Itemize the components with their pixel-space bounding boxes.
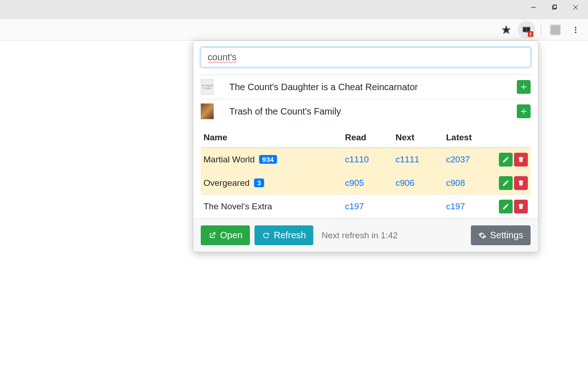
col-next: Next [393,128,443,148]
edit-button[interactable] [499,176,513,190]
next-link[interactable]: c1111 [396,155,419,164]
edit-button[interactable] [499,153,513,167]
svg-point-7 [575,27,577,28]
svg-marker-6 [503,26,510,33]
svg-point-8 [575,29,577,30]
add-button[interactable] [517,80,531,94]
latest-link[interactable]: c197 [446,201,465,211]
tracked-table: Name Read Next Latest Martial World 934c… [201,128,531,218]
result-thumb-cover [201,104,214,119]
avatar [550,25,560,35]
next-link[interactable]: c906 [396,178,414,188]
delete-button[interactable] [514,200,528,213]
browser-menu-button[interactable] [567,21,584,39]
extension-popup: count's NO IMAGE FOUND The Count's Daugh… [193,40,538,252]
settings-label: Settings [490,230,523,241]
table-row: The Novel's Extrac197c197 [201,195,531,218]
extension-badge: 2 [528,31,533,37]
table-row: Overgeared 3c905c906c908 [201,172,531,195]
col-name: Name [201,128,342,148]
window-maximize-button[interactable] [544,0,565,15]
window-close-button[interactable] [565,0,586,15]
search-results: NO IMAGE FOUND The Count's Daughter is a… [201,75,531,123]
bookmark-star-icon[interactable] [498,21,515,39]
refresh-button[interactable]: Refresh [254,225,313,245]
col-read: Read [342,128,393,148]
toolbar-separator [541,24,541,35]
delete-button[interactable] [514,153,528,167]
edit-button[interactable] [499,200,513,213]
result-thumb-placeholder: NO IMAGE FOUND [201,79,214,95]
svg-point-9 [575,31,577,33]
svg-rect-2 [554,5,557,8]
col-latest: Latest [443,128,494,148]
settings-button[interactable]: Settings [471,225,531,245]
extension-icon[interactable]: 2 [518,21,535,39]
latest-link[interactable]: c908 [446,178,465,188]
read-link[interactable]: c1110 [345,155,369,164]
read-link[interactable]: c905 [345,178,364,188]
window-minimize-button[interactable] [523,0,544,15]
table-row: Martial World 934c1110c1111c2037 [201,148,531,172]
result-title[interactable]: Trash of the Count's Family [220,106,510,117]
delete-button[interactable] [514,176,528,190]
search-field-wrap: count's [201,47,531,67]
open-label: Open [220,230,243,241]
search-result-row: NO IMAGE FOUND The Count's Daughter is a… [201,75,531,99]
search-input[interactable]: count's [201,47,531,67]
novel-name[interactable]: The Novel's Extra [204,201,272,211]
name-cell: Martial World 934 [201,148,342,172]
profile-avatar[interactable] [547,21,564,39]
unread-badge: 3 [254,178,264,187]
novel-name[interactable]: Overgeared [204,178,249,188]
unread-badge: 934 [259,155,277,164]
next-refresh-text: Next refresh in 1:42 [322,230,398,241]
popup-footer: Open Refresh Next refresh in 1:42 Settin… [193,218,538,252]
add-button[interactable] [517,104,531,118]
col-actions [494,128,531,148]
browser-toolbar: 2 [0,19,588,40]
read-link[interactable]: c197 [345,201,364,211]
result-title[interactable]: The Count's Daughter is a Cheat Reincarn… [220,82,510,92]
search-result-row: Trash of the Count's Family [201,99,531,123]
novel-name[interactable]: Martial World [204,155,255,164]
open-button[interactable]: Open [201,225,250,245]
name-cell: Overgeared 3 [201,172,342,195]
latest-link[interactable]: c2037 [446,155,470,164]
search-value: count's [208,52,237,62]
name-cell: The Novel's Extra [201,195,342,218]
refresh-label: Refresh [274,230,306,241]
window-titlebar [0,0,588,19]
